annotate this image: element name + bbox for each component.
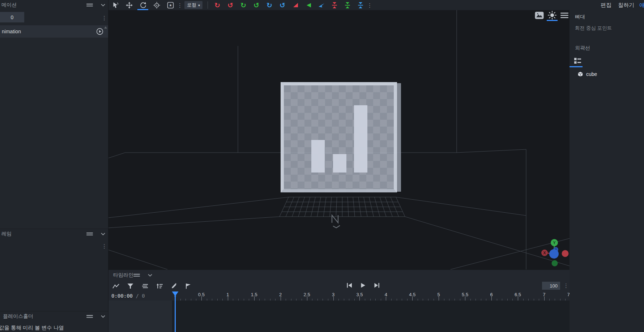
panel-collapse-chevron-icon[interactable] xyxy=(148,274,152,277)
cube-side-face[interactable] xyxy=(397,83,401,192)
background-image-icon[interactable] xyxy=(535,10,544,20)
panel-collapse-chevron-icon[interactable] xyxy=(101,233,105,235)
animations-more-dots-icon[interactable]: ⋮ xyxy=(102,15,107,21)
timecode-current: 0:00:00 xyxy=(111,293,133,299)
right-column: 편집 칠하기 애 뼈대 회전 중심 포인트 외곽선 cube xyxy=(570,0,644,332)
playhead-line[interactable] xyxy=(175,291,176,332)
timeline-title: 타임라인 xyxy=(113,272,133,278)
rotation-pivot-label: 회전 중심 포인트 xyxy=(575,25,612,31)
animations-panel-title: 메이션 xyxy=(1,2,17,8)
panel-collapse-chevron-icon[interactable] xyxy=(101,315,105,318)
outliner-title: 외곽선 xyxy=(575,45,590,51)
rotate-x-cw-button[interactable]: ↻ xyxy=(211,0,224,10)
ruler-tick xyxy=(228,297,228,301)
timeline-tracks[interactable] xyxy=(108,301,570,332)
animation-count-input[interactable]: 0 xyxy=(0,12,24,22)
pivot-tool-button[interactable] xyxy=(150,0,163,10)
ruler-tick xyxy=(412,297,413,301)
animations-panel-header: 메이션 xyxy=(0,0,108,10)
animation-play-icon[interactable] xyxy=(96,28,103,36)
ruler-tick xyxy=(465,297,465,301)
jump-to-end-button[interactable] xyxy=(373,281,381,290)
mode-tab-bar: 편집 칠하기 애 xyxy=(570,0,644,10)
ruler-tick xyxy=(359,297,360,301)
playback-controls xyxy=(345,281,381,290)
move-tool-button[interactable] xyxy=(122,0,136,10)
outliner-item-label: cube xyxy=(586,71,597,77)
viewport-canvas[interactable]: Z Y X xyxy=(108,10,570,269)
playhead-handle[interactable] xyxy=(172,291,179,297)
axis-gizmo[interactable]: Z Y X xyxy=(538,237,570,269)
ruler-label: 7.5 xyxy=(563,292,570,297)
playback-speed-input[interactable]: 100 xyxy=(542,282,560,290)
panel-drag-handle-icon[interactable] xyxy=(133,274,140,277)
center-column: ★ ⋮ 로컬 ▾ ↻ ↺ ↻ ↺ ↻ ↺ xyxy=(108,0,570,332)
flip-x-button[interactable] xyxy=(289,0,302,10)
texture-bar-medium xyxy=(311,140,325,173)
center-y-button[interactable] xyxy=(341,0,354,10)
texture-bar-tall xyxy=(354,105,367,173)
select-tool-button[interactable] xyxy=(108,0,122,10)
outliner-item-cube[interactable]: cube xyxy=(570,69,644,78)
panel-drag-handle-icon[interactable] xyxy=(86,233,93,235)
toolbar-more-dots-icon[interactable]: ⋮ xyxy=(177,3,182,8)
channels-icon[interactable] xyxy=(139,281,151,291)
cube-front-face[interactable] xyxy=(281,82,397,192)
timecode-total: 0 xyxy=(142,293,145,299)
sort-icon[interactable] xyxy=(153,281,165,291)
ruler-tick xyxy=(386,297,386,301)
flip-y-button[interactable] xyxy=(302,0,315,10)
tab-animate[interactable]: 애 xyxy=(639,2,644,9)
ruler-tick xyxy=(254,297,255,301)
rotate-z-cw-button[interactable]: ↻ xyxy=(263,0,276,10)
ruler-tick xyxy=(281,297,281,301)
ruler-tick xyxy=(544,297,545,301)
flip-z-button[interactable] xyxy=(315,0,328,10)
vertex-snap-tool-button[interactable]: ★ xyxy=(163,0,177,10)
rotate-x-ccw-button[interactable]: ↺ xyxy=(224,0,237,10)
main-toolbar: ★ ⋮ 로컬 ▾ ↻ ↺ ↻ ↺ ↻ ↺ xyxy=(108,0,570,10)
edit-pencil-icon[interactable] xyxy=(168,281,180,291)
filter-icon[interactable] xyxy=(124,281,136,291)
panel-drag-handle-icon[interactable] xyxy=(86,315,93,318)
viewport-menu-icon[interactable] xyxy=(560,10,568,20)
toolbar-overflow-dots-icon[interactable]: ⋮ xyxy=(367,3,372,8)
play-button[interactable] xyxy=(359,281,367,290)
rotate-tool-button[interactable] xyxy=(136,0,150,10)
blockbench-animate-window: 메이션 0 ⋮ nimation 레임 xyxy=(0,0,644,332)
center-z-button[interactable] xyxy=(354,0,367,10)
jump-to-start-button[interactable] xyxy=(345,281,353,290)
graph-editor-icon[interactable] xyxy=(110,281,122,291)
placeholders-panel-header: 플레이스홀더 xyxy=(0,311,108,322)
axis-x-negative-ball[interactable] xyxy=(562,250,569,257)
rotate-y-ccw-button[interactable]: ↺ xyxy=(250,0,263,10)
panel-collapse-chevron-icon[interactable] xyxy=(101,4,105,7)
flag-marker-icon[interactable] xyxy=(182,281,194,291)
placeholders-hint-text: 값을 통해 미리 볼 변수 나열 xyxy=(0,324,108,331)
scroll-up-arrow-icon[interactable] xyxy=(104,26,107,29)
transform-space-dropdown[interactable]: 로컬 ▾ xyxy=(184,1,202,9)
rotate-y-cw-button[interactable]: ↻ xyxy=(237,0,250,10)
timeline-more-dots-icon[interactable]: ⋮ xyxy=(563,283,569,288)
viewport-corner-toolbar xyxy=(535,10,568,20)
axis-y-negative-ball[interactable] xyxy=(552,260,558,267)
ruler-tick xyxy=(201,297,202,301)
timeline-track-header-column xyxy=(108,301,172,332)
keyframe-panel-header: 레임 xyxy=(0,229,108,239)
outliner-toggle-active-underline xyxy=(570,66,583,67)
shading-sun-icon[interactable] xyxy=(547,10,557,20)
center-x-button[interactable] xyxy=(328,0,341,10)
keyframe-more-dots-icon[interactable]: ⋮ xyxy=(102,243,107,249)
panel-drag-handle-icon[interactable] xyxy=(86,4,93,7)
timeline-header: 타임라인 xyxy=(108,270,570,280)
placeholders-panel-title: 플레이스홀더 xyxy=(3,313,33,320)
outliner-view-toggle-icon[interactable] xyxy=(574,58,581,65)
tab-edit[interactable]: 편집 xyxy=(601,2,611,9)
ruler-tick xyxy=(491,297,492,301)
animation-item-label: nimation xyxy=(2,29,21,34)
keyframe-panel-title: 레임 xyxy=(1,231,12,237)
axis-center-ball[interactable] xyxy=(549,249,559,259)
rotate-z-ccw-button[interactable]: ↺ xyxy=(276,0,289,10)
tab-paint[interactable]: 칠하기 xyxy=(618,2,634,9)
animation-list-item[interactable]: nimation xyxy=(0,25,108,38)
